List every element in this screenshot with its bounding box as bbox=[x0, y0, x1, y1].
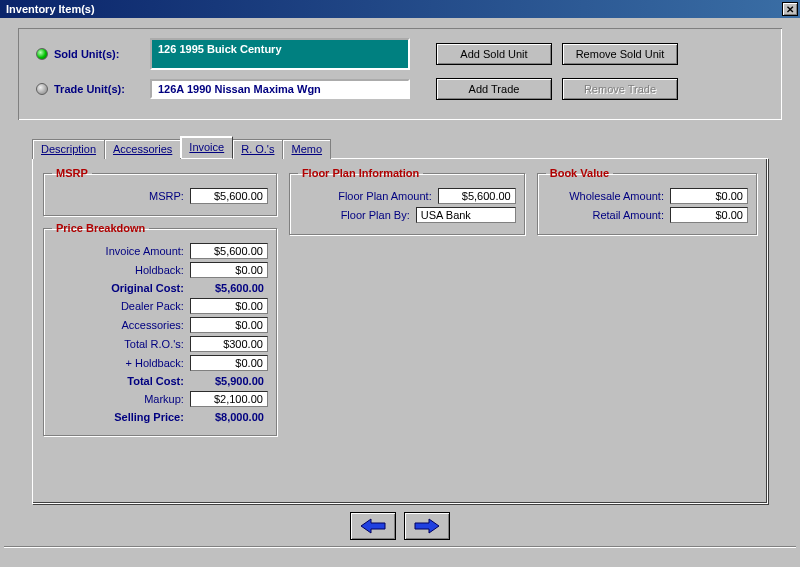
sold-led-icon bbox=[36, 48, 48, 60]
arrow-left-icon bbox=[359, 517, 387, 535]
total-ro-input[interactable] bbox=[190, 336, 268, 352]
accessories-label: Accessories: bbox=[52, 319, 184, 331]
msrp-legend: MSRP bbox=[52, 167, 92, 179]
tab-accessories[interactable]: Accessories bbox=[104, 139, 181, 159]
add-sold-unit-button[interactable]: Add Sold Unit bbox=[436, 43, 552, 65]
accessories-input[interactable] bbox=[190, 317, 268, 333]
selling-price-value: $8,000.00 bbox=[190, 410, 268, 424]
original-cost-label: Original Cost: bbox=[52, 282, 184, 294]
holdback-label: Holdback: bbox=[52, 264, 184, 276]
original-cost-value: $5,600.00 bbox=[190, 281, 268, 295]
book-value-group: Book Value Wholesale Amount: Retail Amou… bbox=[537, 167, 757, 235]
unit-panel: Sold Unit(s): 126 1995 Buick Century Add… bbox=[16, 26, 784, 122]
floor-plan-amount-label: Floor Plan Amount: bbox=[298, 190, 432, 202]
retail-amount-label: Retail Amount: bbox=[546, 209, 664, 221]
invoice-amount-input[interactable] bbox=[190, 243, 268, 259]
invoice-amount-label: Invoice Amount: bbox=[52, 245, 184, 257]
msrp-input[interactable] bbox=[190, 188, 268, 204]
trade-units-label: Trade Unit(s): bbox=[54, 83, 144, 95]
markup-label: Markup: bbox=[52, 393, 184, 405]
nav-row bbox=[16, 508, 784, 540]
sold-units-list[interactable]: 126 1995 Buick Century bbox=[150, 38, 410, 70]
wholesale-amount-input[interactable] bbox=[670, 188, 748, 204]
tab-content-invoice: MSRP MSRP: Price Breakdown Invoice Amoun… bbox=[32, 158, 768, 504]
floor-plan-by-label: Floor Plan By: bbox=[298, 209, 410, 221]
floor-plan-legend: Floor Plan Information bbox=[298, 167, 423, 179]
arrow-right-icon bbox=[413, 517, 441, 535]
sold-units-label: Sold Unit(s): bbox=[54, 48, 144, 60]
trade-units-list[interactable]: 126A 1990 Nissan Maxima Wgn bbox=[150, 79, 410, 99]
titlebar: Inventory Item(s) ✕ bbox=[0, 0, 800, 18]
selling-price-label: Selling Price: bbox=[52, 411, 184, 423]
window-title: Inventory Item(s) bbox=[2, 3, 782, 15]
remove-trade-button: Remove Trade bbox=[562, 78, 678, 100]
floor-plan-by-input[interactable] bbox=[416, 207, 516, 223]
floor-plan-amount-input[interactable] bbox=[438, 188, 516, 204]
plus-holdback-label: + Holdback: bbox=[52, 357, 184, 369]
markup-input[interactable] bbox=[190, 391, 268, 407]
msrp-group: MSRP MSRP: bbox=[43, 167, 277, 216]
holdback-input[interactable] bbox=[190, 262, 268, 278]
book-value-legend: Book Value bbox=[546, 167, 613, 179]
dealer-pack-input[interactable] bbox=[190, 298, 268, 314]
next-button[interactable] bbox=[404, 512, 450, 540]
tab-description[interactable]: Description bbox=[32, 139, 105, 159]
price-breakdown-legend: Price Breakdown bbox=[52, 222, 149, 234]
svg-marker-0 bbox=[361, 519, 385, 533]
total-cost-label: Total Cost: bbox=[52, 375, 184, 387]
svg-marker-1 bbox=[415, 519, 439, 533]
price-breakdown-group: Price Breakdown Invoice Amount: Holdback… bbox=[43, 222, 277, 436]
add-trade-button[interactable]: Add Trade bbox=[436, 78, 552, 100]
total-cost-value: $5,900.00 bbox=[190, 374, 268, 388]
status-bar bbox=[4, 546, 796, 564]
plus-holdback-input[interactable] bbox=[190, 355, 268, 371]
dealer-pack-label: Dealer Pack: bbox=[52, 300, 184, 312]
retail-amount-input[interactable] bbox=[670, 207, 748, 223]
tab-strip: Description Accessories Invoice R. O.'s … bbox=[32, 136, 784, 158]
msrp-label: MSRP: bbox=[52, 190, 184, 202]
tab-invoice[interactable]: Invoice bbox=[180, 136, 233, 158]
close-icon[interactable]: ✕ bbox=[782, 2, 798, 16]
trade-led-icon bbox=[36, 83, 48, 95]
floor-plan-group: Floor Plan Information Floor Plan Amount… bbox=[289, 167, 525, 235]
wholesale-amount-label: Wholesale Amount: bbox=[546, 190, 664, 202]
prev-button[interactable] bbox=[350, 512, 396, 540]
tab-memo[interactable]: Memo bbox=[282, 139, 331, 159]
tab-ro[interactable]: R. O.'s bbox=[232, 139, 283, 159]
remove-sold-unit-button[interactable]: Remove Sold Unit bbox=[562, 43, 678, 65]
total-ro-label: Total R.O.'s: bbox=[52, 338, 184, 350]
